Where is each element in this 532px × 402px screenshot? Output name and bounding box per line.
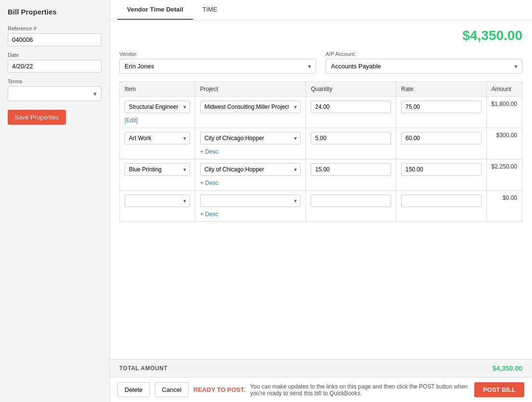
ap-account-select[interactable]: Accounts Payable xyxy=(326,59,522,74)
amount-cell-2: $2,250.00 xyxy=(486,159,522,191)
ready-to-post-text: You can make updates to the links on thi… xyxy=(250,383,469,397)
rate-cell-2 xyxy=(396,159,487,191)
project-select-3[interactable] xyxy=(200,195,301,207)
col-amount: Amount xyxy=(486,82,522,97)
project-select-0[interactable]: Midwest Consulting:Miller Project xyxy=(200,101,301,113)
item-cell-0: Structural Engineer ▼ [Edit] xyxy=(120,97,195,128)
tabs-bar: Vendor Time Detail TIME xyxy=(110,0,532,20)
qty-input-2[interactable] xyxy=(311,163,391,176)
qty-input-3[interactable] xyxy=(311,195,391,207)
project-cell-3: ▼ + Desc xyxy=(195,191,305,222)
ready-to-post-label: READY TO POST. xyxy=(193,386,245,393)
table-row: Art Work ▼ City of Chicago:Hopper ▼ + De… xyxy=(120,128,522,159)
reference-field-group: Reference # xyxy=(8,26,101,46)
item-select-0[interactable]: Structural Engineer xyxy=(125,101,190,113)
ap-select-wrap: Accounts Payable ▼ xyxy=(326,59,522,74)
main-content: $4,350.00 Vendor: Erin Jones ▼ A/P Accou… xyxy=(110,20,532,359)
desc-link-1[interactable]: + Desc xyxy=(200,148,218,155)
qty-input-0[interactable] xyxy=(311,101,391,113)
project-select-wrap-2: City of Chicago:Hopper ▼ xyxy=(200,163,301,176)
amount-cell-0: $1,800.00 xyxy=(486,97,522,128)
desc-link-3[interactable]: + Desc xyxy=(200,211,218,218)
amount-cell-3: $0.00 xyxy=(486,191,522,222)
col-rate: Rate xyxy=(396,82,487,97)
project-cell-1: City of Chicago:Hopper ▼ + Desc xyxy=(195,128,305,159)
amount-cell-1: $300.00 xyxy=(486,128,522,159)
project-select-wrap-3: ▼ xyxy=(200,195,301,207)
item-select-2[interactable]: Blue Printing xyxy=(125,163,190,176)
vendor-label: Vendor: xyxy=(119,51,316,57)
rate-cell-0 xyxy=(396,97,487,128)
rate-input-0[interactable] xyxy=(401,101,481,113)
bill-table: Item Project Quantity Rate Amount Struct… xyxy=(119,81,522,222)
qty-cell-3 xyxy=(306,191,396,222)
post-bill-button[interactable]: POST BILL xyxy=(474,382,524,397)
sidebar: Bill Properties Reference # Date Terms ▼… xyxy=(0,0,110,402)
qty-cell-0 xyxy=(306,97,396,128)
content-area: Vendor Time Detail TIME $4,350.00 Vendor… xyxy=(110,0,532,402)
vendor-select-wrap: Erin Jones ▼ xyxy=(119,59,316,74)
cancel-button[interactable]: Cancel xyxy=(155,382,189,397)
qty-cell-2 xyxy=(306,159,396,191)
date-field-group: Date xyxy=(8,52,101,73)
edit-link-0[interactable]: [Edit] xyxy=(125,117,138,124)
project-select-2[interactable]: City of Chicago:Hopper xyxy=(200,163,301,176)
item-select-wrap-2: Blue Printing ▼ xyxy=(125,163,190,176)
item-select-wrap-3: ▼ xyxy=(125,195,190,207)
rate-input-2[interactable] xyxy=(401,163,481,176)
project-select-1[interactable]: City of Chicago:Hopper xyxy=(200,132,301,144)
project-select-wrap-1: City of Chicago:Hopper ▼ xyxy=(200,132,301,144)
terms-field-group: Terms ▼ xyxy=(8,78,101,101)
col-item: Item xyxy=(120,82,195,97)
col-project: Project xyxy=(195,82,305,97)
project-select-wrap-0: Midwest Consulting:Miller Project ▼ xyxy=(200,101,301,113)
item-select-3[interactable] xyxy=(125,195,190,207)
reference-label: Reference # xyxy=(8,26,101,31)
terms-select-wrap: ▼ xyxy=(8,86,101,101)
total-amount-label: TOTAL AMOUNT xyxy=(119,365,167,372)
ap-account-label: A/P Account: xyxy=(326,51,522,57)
table-row: Blue Printing ▼ City of Chicago:Hopper ▼… xyxy=(120,159,522,191)
qty-input-1[interactable] xyxy=(311,132,391,144)
ap-account-field: A/P Account: Accounts Payable ▼ xyxy=(326,51,522,74)
desc-link-2[interactable]: + Desc xyxy=(200,180,218,186)
rate-input-3[interactable] xyxy=(401,195,481,207)
vendor-field: Vendor: Erin Jones ▼ xyxy=(119,51,316,74)
rate-cell-3 xyxy=(396,191,487,222)
table-row: ▼ ▼ + Desc $0.00 xyxy=(120,191,522,222)
vendor-select[interactable]: Erin Jones xyxy=(119,59,316,74)
item-select-wrap-0: Structural Engineer ▼ xyxy=(125,101,190,113)
date-label: Date xyxy=(8,52,101,58)
qty-cell-1 xyxy=(306,128,396,159)
project-cell-0: Midwest Consulting:Miller Project ▼ xyxy=(195,97,305,128)
terms-select[interactable] xyxy=(8,86,101,101)
tab-vendor-time-detail[interactable]: Vendor Time Detail xyxy=(117,0,193,20)
action-bar: Delete Cancel READY TO POST. You can mak… xyxy=(110,377,532,402)
project-cell-2: City of Chicago:Hopper ▼ + Desc xyxy=(195,159,305,191)
vendor-row: Vendor: Erin Jones ▼ A/P Account: Accoun… xyxy=(119,51,522,74)
total-amount-value: $4,350.00 xyxy=(493,364,522,372)
item-select-1[interactable]: Art Work xyxy=(125,132,190,144)
save-properties-button[interactable]: Save Properties xyxy=(8,110,66,125)
item-select-wrap-1: Art Work ▼ xyxy=(125,132,190,144)
sidebar-title: Bill Properties xyxy=(8,8,101,16)
delete-button[interactable]: Delete xyxy=(117,382,150,397)
terms-label: Terms xyxy=(8,78,101,84)
col-quantity: Quantity xyxy=(306,82,396,97)
reference-input[interactable] xyxy=(8,33,101,46)
rate-cell-1 xyxy=(396,128,487,159)
tab-time[interactable]: TIME xyxy=(193,0,227,20)
date-input[interactable] xyxy=(8,60,101,73)
item-cell-1: Art Work ▼ xyxy=(120,128,195,159)
total-amount-header: $4,350.00 xyxy=(119,28,522,43)
item-cell-3: ▼ xyxy=(120,191,195,222)
table-row: Structural Engineer ▼ [Edit] Midwest Con… xyxy=(120,97,522,128)
footer-bar: TOTAL AMOUNT $4,350.00 xyxy=(110,359,532,377)
rate-input-1[interactable] xyxy=(401,132,481,144)
item-cell-2: Blue Printing ▼ xyxy=(120,159,195,191)
